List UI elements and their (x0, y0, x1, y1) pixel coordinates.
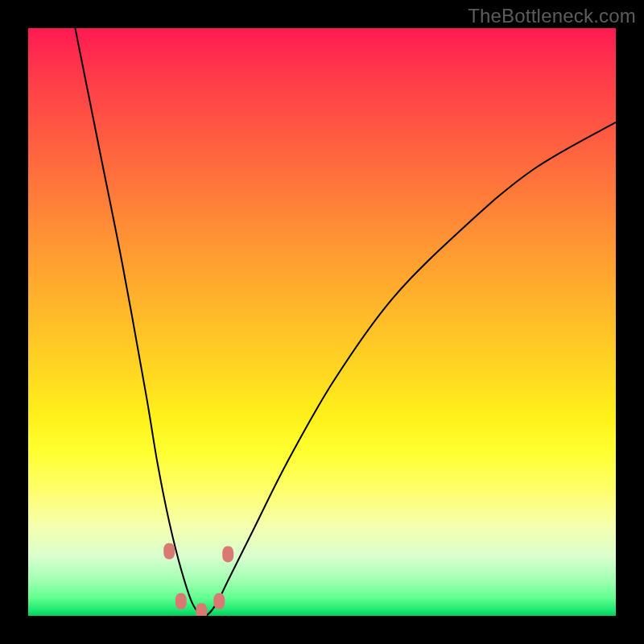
curve-marker (196, 603, 207, 616)
chart-frame: TheBottleneck.com (0, 0, 644, 644)
curve-marker (213, 593, 225, 609)
curve-marker (222, 546, 233, 562)
curve-svg (28, 28, 616, 616)
bottleneck-curve (75, 28, 616, 616)
plot-area (28, 28, 616, 616)
watermark-text: TheBottleneck.com (468, 5, 636, 27)
curve-marker (163, 543, 175, 559)
markers-group (163, 543, 233, 616)
curve-marker (175, 593, 187, 609)
